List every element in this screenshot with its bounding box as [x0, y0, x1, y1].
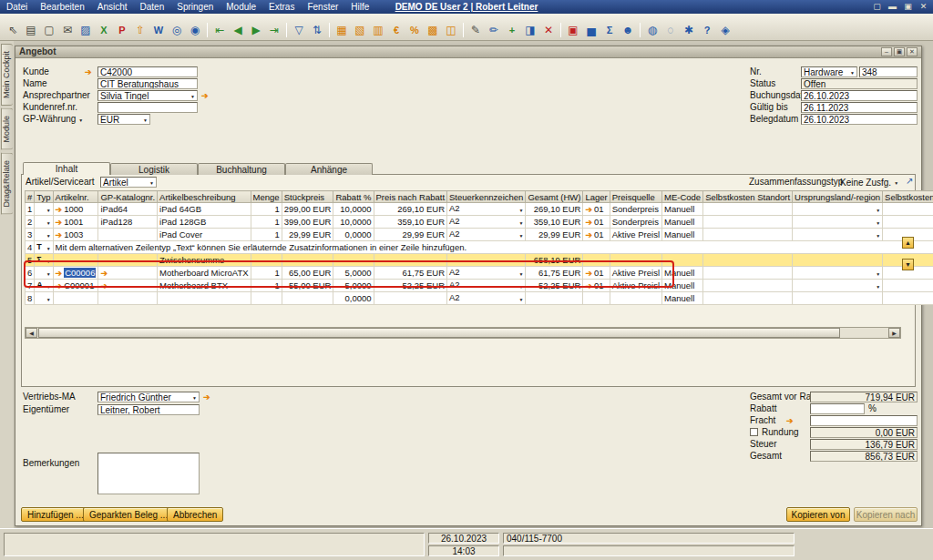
bemerkungen-textarea[interactable] [97, 453, 200, 494]
sk-standort-cell[interactable] [703, 203, 793, 216]
menu-springen[interactable]: Springen [170, 0, 220, 14]
ursprung-cell[interactable] [793, 229, 883, 241]
next-record-icon[interactable]: ▶ [247, 21, 265, 38]
preis-nach-rabatt-cell[interactable]: 52,25 EUR [374, 280, 447, 292]
tab-buchhaltung[interactable]: Buchhaltung [198, 163, 285, 175]
scroll-right-icon[interactable]: ▶ [888, 328, 900, 338]
dropdown-icon[interactable] [876, 230, 880, 240]
scrollbar-thumb[interactable] [38, 328, 840, 338]
column-header[interactable]: ME-Code [662, 191, 703, 203]
rabatt-cell[interactable]: 5,0000 [333, 280, 374, 292]
dropdown-icon[interactable] [46, 205, 51, 215]
copy-icon[interactable]: ▨ [77, 21, 95, 38]
preisquelle-cell[interactable]: Aktive Preisl [610, 280, 661, 292]
ansprechpartner-link-arrow-icon[interactable] [201, 91, 209, 100]
sk-standort-cell[interactable] [703, 229, 793, 241]
artikelnr-cell[interactable]: 1001 [53, 216, 98, 229]
gesamt-cell[interactable] [526, 292, 583, 305]
annotate-icon[interactable]: ✏ [485, 21, 503, 38]
row-number-cell[interactable]: 5 [26, 254, 35, 267]
beschreibung-cell[interactable]: iPad 64GB [158, 203, 251, 216]
table-row[interactable]: 4TMit dem alternativen Zeilentyp „Text“ … [26, 241, 933, 254]
delete-row-icon[interactable]: ✕ [539, 21, 558, 38]
excel-export-icon[interactable]: X [95, 21, 113, 38]
row-type-cell[interactable] [35, 292, 53, 305]
menu-module[interactable]: Module [220, 0, 262, 14]
sk-standort-cell[interactable] [703, 216, 793, 229]
stueckpreis-cell[interactable]: 399,00 EUR [282, 216, 333, 229]
nr-series-combo[interactable]: Hardware [801, 66, 857, 77]
row-number-cell[interactable]: 3 [26, 229, 35, 241]
advanced-search-icon[interactable]: ◉ [186, 21, 204, 38]
steuer-cell[interactable]: A2 [447, 292, 526, 305]
menge-cell[interactable]: 1 [251, 267, 282, 280]
stueckpreis-cell[interactable] [282, 254, 333, 267]
nr-field[interactable]: 348 [859, 66, 918, 77]
help-icon[interactable]: ? [698, 21, 716, 38]
me-code-cell[interactable] [662, 254, 703, 267]
fracht-link-arrow-icon[interactable] [786, 416, 794, 425]
dropdown-icon[interactable] [518, 230, 523, 240]
preis-nach-rabatt-cell[interactable] [374, 292, 447, 305]
duplicate-row-icon[interactable]: ◨ [521, 21, 539, 38]
steuer-cell[interactable]: A2 [447, 203, 526, 216]
ansprechpartner-field[interactable]: Silvia Tingel [97, 90, 198, 101]
row-number-cell[interactable]: 7 [26, 280, 35, 292]
link-arrow-icon[interactable] [585, 281, 592, 290]
dropdown-icon[interactable] [876, 205, 880, 215]
restore-app-icon[interactable]: ▣ [902, 1, 914, 12]
select-icon[interactable]: ⇖ [4, 21, 22, 38]
kunde-link-arrow-icon[interactable] [85, 67, 92, 76]
dropdown-icon[interactable] [143, 115, 148, 125]
lager-cell[interactable] [583, 254, 610, 267]
link-arrow-icon[interactable] [100, 281, 108, 290]
artikelnr-cell[interactable]: 1003 [53, 229, 98, 241]
upload-icon[interactable]: ⇧ [131, 21, 149, 38]
link-arrow-icon[interactable] [56, 230, 63, 239]
beschreibung-cell[interactable]: Motherboard MicroATX [158, 267, 251, 280]
sort-icon[interactable]: ⇅ [308, 21, 326, 38]
steuer-cell[interactable]: A2 [447, 280, 526, 292]
preisquelle-cell[interactable]: Aktive Preisl [610, 229, 661, 241]
expand-grid-icon[interactable]: ↗ [906, 176, 913, 187]
form-settings-icon[interactable]: ✱ [680, 21, 698, 38]
katalognr-cell[interactable] [98, 254, 158, 267]
edit-icon[interactable]: ✎ [466, 21, 485, 38]
menge-cell[interactable] [251, 254, 282, 267]
add-row-icon[interactable]: + [503, 21, 521, 38]
payment-means-icon[interactable]: € [387, 21, 405, 38]
menge-cell[interactable]: 1 [251, 280, 282, 292]
hinzufuegen-button[interactable]: Hinzufügen ... [21, 507, 90, 522]
ursprung-cell[interactable] [793, 216, 883, 229]
pick-pack-icon[interactable]: ▣ [564, 21, 582, 38]
preis-nach-rabatt-cell[interactable]: 29,99 EUR [374, 229, 447, 241]
link-arrow-icon[interactable] [56, 269, 63, 278]
tab-logistik[interactable]: Logistik [110, 163, 198, 175]
link-arrow-icon[interactable] [56, 205, 63, 214]
sk-produktgruppe-cell[interactable] [883, 280, 933, 292]
dropdown-icon[interactable] [46, 256, 51, 266]
window-titlebar[interactable]: Angebot – ▣ ✕ [15, 46, 921, 58]
rabatt-cell[interactable] [333, 254, 374, 267]
row-number-cell[interactable]: 8 [26, 292, 35, 305]
tab-inhalt[interactable]: Inhalt [23, 162, 110, 175]
katalognr-cell[interactable]: iPad64 [98, 203, 158, 216]
column-header[interactable]: Preis nach Rabatt [374, 191, 447, 203]
artikelnr-cell[interactable]: C00001 [53, 280, 98, 292]
row-number-cell[interactable]: 6 [26, 267, 35, 280]
dropdown-icon[interactable] [190, 91, 195, 101]
abbrechen-button[interactable]: Abbrechen [167, 507, 223, 522]
settlement-icon[interactable]: ◫ [442, 21, 460, 38]
dropdown-icon[interactable] [46, 230, 51, 240]
link-arrow-icon[interactable] [585, 269, 592, 278]
sk-produktgruppe-cell[interactable] [883, 292, 933, 305]
table-row[interactable]: 80,0000A2Manuell [26, 292, 933, 305]
sk-produktgruppe-cell[interactable] [883, 216, 933, 229]
beschreibung-cell[interactable]: Zwischensumme [158, 254, 251, 267]
column-header[interactable]: Rabatt % [333, 191, 374, 203]
table-row[interactable]: 5ΣZwischensumme658,19 EUR [26, 254, 933, 267]
artikel-serviceart-combo[interactable]: Artikel [100, 177, 157, 188]
column-header[interactable]: Artikelbeschreibung [158, 191, 251, 203]
base-document-icon[interactable]: ▦ [333, 21, 351, 38]
row-type-cell[interactable] [35, 203, 53, 216]
